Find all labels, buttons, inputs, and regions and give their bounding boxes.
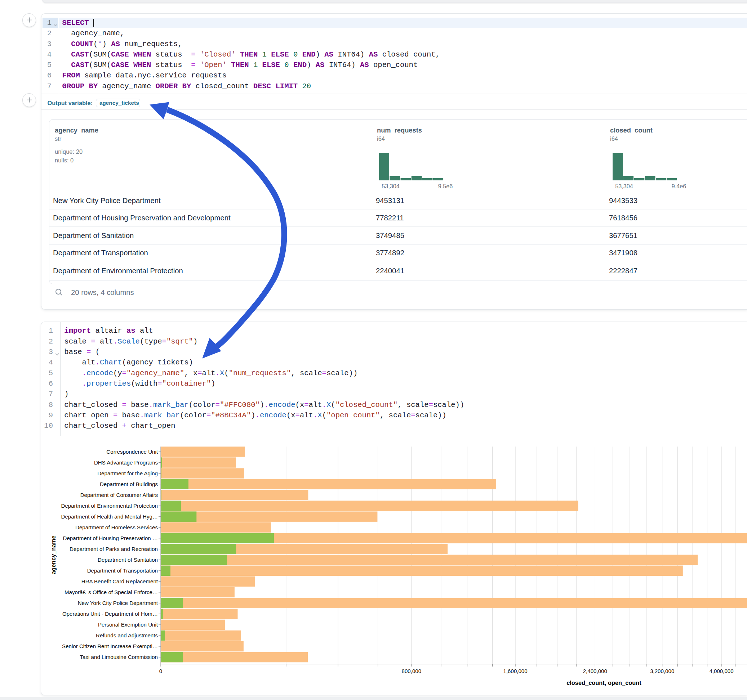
svg-text:Department of Sanitation: Department of Sanitation bbox=[98, 557, 158, 563]
svg-text:Department of Transportation: Department of Transportation bbox=[87, 567, 158, 573]
svg-text:Department for the Aging: Department for the Aging bbox=[97, 470, 158, 477]
svg-text:agency_name: agency_name bbox=[50, 536, 57, 574]
svg-text:Department of Homeless Service: Department of Homeless Services bbox=[75, 524, 158, 530]
svg-text:1,600,000: 1,600,000 bbox=[504, 668, 528, 674]
svg-text:HRA Benefit Card Replacement: HRA Benefit Card Replacement bbox=[82, 578, 158, 584]
svg-text:Department of Buildings: Department of Buildings bbox=[100, 481, 158, 487]
svg-text:Personal Exemption Unit: Personal Exemption Unit bbox=[98, 622, 158, 628]
svg-text:Taxi and Limousine Commission: Taxi and Limousine Commission bbox=[80, 654, 158, 660]
svg-text:Operations Unit - Department o: Operations Unit - Department of Hom… bbox=[62, 611, 158, 617]
svg-text:New York City Police Departmen: New York City Police Department bbox=[78, 600, 158, 606]
svg-text:DHS Advantage Programs: DHS Advantage Programs bbox=[94, 459, 158, 466]
svg-text:Department of Parks and Recrea: Department of Parks and Recreation bbox=[70, 546, 158, 552]
svg-text:800,000: 800,000 bbox=[402, 668, 422, 674]
svg-text:4,000,000: 4,000,000 bbox=[709, 668, 733, 674]
svg-text:3,200,000: 3,200,000 bbox=[650, 668, 674, 674]
svg-text:closed_count, open_count: closed_count, open_count bbox=[567, 679, 641, 686]
svg-text:2,400,000: 2,400,000 bbox=[583, 668, 607, 674]
svg-text:Correspondence Unit: Correspondence Unit bbox=[106, 449, 158, 455]
svg-text:Mayorâ€ s Office of Special En: Mayorâ€ s Office of Special Enforce… bbox=[65, 589, 158, 595]
svg-text:Department of Environmental Pr: Department of Environmental Protection bbox=[61, 503, 158, 509]
svg-text:0: 0 bbox=[159, 668, 162, 674]
svg-text:Senior Citizen Rent Increase E: Senior Citizen Rent Increase Exempti… bbox=[62, 643, 158, 649]
svg-text:Department of Consumer Affairs: Department of Consumer Affairs bbox=[80, 492, 158, 498]
svg-text:Refunds and Adjustments: Refunds and Adjustments bbox=[96, 632, 158, 638]
svg-text:Department of Housing Preserva: Department of Housing Preservation … bbox=[63, 535, 158, 541]
svg-text:Department of Health and Menta: Department of Health and Mental Hyg… bbox=[61, 513, 158, 520]
